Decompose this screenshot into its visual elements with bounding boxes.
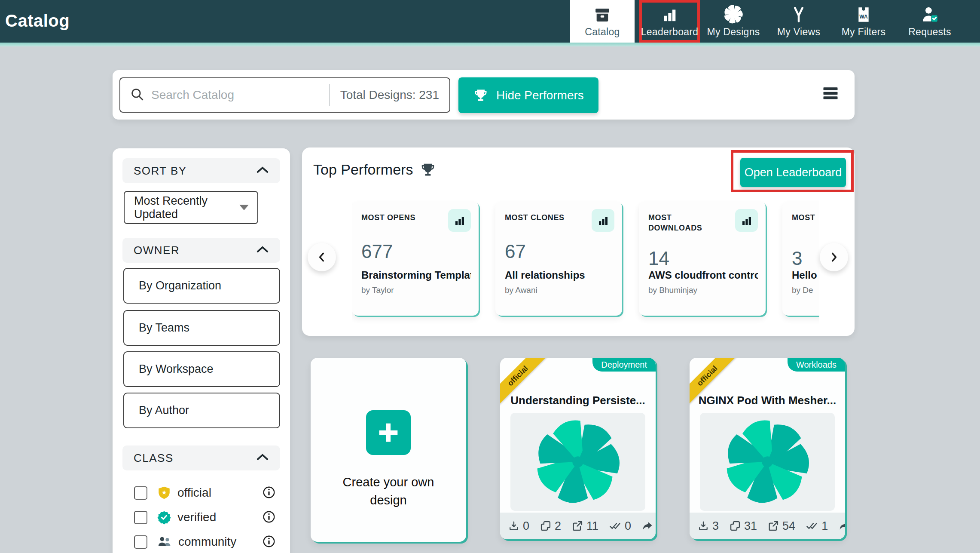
clone-icon	[540, 520, 552, 532]
design-title: NGINX Pod With Mesher...	[698, 394, 837, 407]
sort-select-dropdown[interactable]: Most Recently Updated	[124, 191, 258, 224]
performer-card-partial[interactable]: MOST 3 Hello by De	[782, 201, 819, 316]
filter-by-workspace-button[interactable]: By Workspace	[123, 351, 280, 387]
tab-my-designs[interactable]: My Designs	[702, 0, 765, 43]
tab-leaderboard[interactable]: Leaderboard	[639, 0, 700, 43]
tab-my-views[interactable]: My Views	[766, 0, 831, 43]
performer-author: by Bhuminjay	[648, 286, 697, 295]
design-title: Understanding Persiste...	[509, 394, 647, 407]
checks-stat: 0	[609, 519, 631, 533]
performer-design-name: Brainstorming Template	[361, 269, 471, 281]
filter-sidebar: SORT BY Most Recently Updated OWNER By O…	[113, 148, 290, 553]
performer-category: MOST	[792, 212, 819, 223]
performer-design-name: Hello	[792, 269, 819, 281]
verified-checkbox[interactable]	[134, 511, 147, 524]
owner-section-header[interactable]: OWNER	[122, 238, 280, 263]
carousel-next-button[interactable]	[820, 243, 848, 271]
checks-count: 1	[821, 519, 828, 533]
top-performers-panel: Top Performers Open Leaderboard MOST OPE…	[302, 147, 855, 336]
share-icon	[641, 520, 653, 532]
clone-icon	[729, 520, 741, 532]
carousel-prev-button[interactable]	[308, 243, 336, 271]
official-info-icon[interactable]	[262, 485, 276, 499]
trophy-icon	[420, 162, 436, 178]
community-people-icon	[157, 535, 172, 549]
meshery-logo	[536, 420, 620, 504]
design-card-nginx-pod[interactable]: official Workloads NGINX Pod With Mesher…	[690, 358, 845, 539]
search-icon	[130, 87, 144, 103]
class-label: CLASS	[134, 452, 174, 465]
class-section-header[interactable]: CLASS	[122, 445, 280, 470]
performer-card-most-clones[interactable]: MOST CLONES 67 All relationships by Awan…	[495, 201, 622, 316]
clones-stat: 31	[729, 519, 757, 533]
sort-by-section-header[interactable]: SORT BY	[122, 158, 280, 183]
bar-chart-icon	[448, 209, 471, 232]
filter-by-organization-button[interactable]: By Organization	[123, 268, 280, 304]
owner-label: OWNER	[134, 244, 180, 257]
tab-catalog[interactable]: Catalog	[570, 0, 635, 43]
hide-performers-button[interactable]: Hide Performers	[458, 77, 598, 113]
hide-performers-label: Hide Performers	[496, 89, 584, 102]
meshery-logo	[725, 420, 809, 504]
performer-value: 14	[648, 248, 669, 269]
shares-stat: 0	[838, 519, 845, 533]
class-option-verified: verified	[134, 507, 276, 527]
page-title: Catalog	[5, 11, 70, 31]
views-icon	[790, 5, 808, 24]
tab-my-filters[interactable]: WA My Filters	[831, 0, 896, 43]
open-in-new-icon	[767, 520, 779, 532]
leaderboard-highlight-box: Open Leaderboard	[731, 150, 854, 192]
performer-category: MOST CLONES	[505, 212, 584, 223]
opens-count: 54	[782, 519, 795, 533]
share-icon	[838, 520, 845, 532]
total-designs-count: Total Designs: 231	[332, 88, 449, 102]
verified-label: verified	[177, 510, 216, 524]
filter-by-teams-button[interactable]: By Teams	[123, 310, 280, 346]
create-design-card[interactable]: Create your own design	[311, 358, 466, 542]
search-divider	[329, 84, 330, 106]
chevron-up-icon	[256, 166, 269, 176]
list-view-icon[interactable]	[821, 84, 840, 103]
chevron-up-icon	[256, 245, 269, 255]
type-badge-workloads: Workloads	[788, 358, 845, 372]
requests-person-icon	[920, 5, 939, 24]
performer-author: by Awani	[505, 286, 537, 295]
performer-design-name: AWS cloudfront controller	[648, 269, 758, 281]
performer-card-most-downloads[interactable]: MOST DOWNLOADS 14 AWS cloudfront control…	[639, 201, 766, 316]
open-leaderboard-button[interactable]: Open Leaderboard	[740, 158, 846, 187]
wasm-filter-icon: WA	[855, 5, 872, 24]
shares-stat: 0	[641, 519, 656, 533]
performer-design-name: All relationships	[505, 269, 614, 281]
downloads-count: 3	[712, 519, 719, 533]
catalog-page: Catalog Catalog Lead	[0, 0, 980, 553]
official-label: official	[177, 486, 211, 500]
design-card-understanding-persistent[interactable]: official Deployment Understanding Persis…	[500, 358, 656, 539]
tab-my-filters-label: My Filters	[842, 26, 886, 38]
tab-requests[interactable]: Requests	[898, 0, 962, 43]
meshery-spiral-icon	[724, 5, 743, 24]
svg-text:WA: WA	[859, 14, 868, 20]
community-info-icon[interactable]	[262, 535, 276, 548]
performer-value: 67	[505, 241, 526, 262]
search-toolbar: Total Designs: 231 Hide Performers	[113, 70, 855, 120]
search-input[interactable]	[151, 88, 327, 102]
opens-stat: 54	[767, 519, 795, 533]
sort-by-label: SORT BY	[134, 164, 187, 178]
official-checkbox[interactable]	[134, 486, 147, 500]
bar-chart-icon	[661, 5, 679, 24]
filter-by-author-button[interactable]: By Author	[123, 393, 280, 428]
design-thumbnail	[700, 413, 835, 511]
performer-category: MOST DOWNLOADS	[648, 212, 728, 233]
tab-requests-label: Requests	[908, 26, 951, 38]
downloads-stat: 0	[508, 519, 529, 533]
performer-value: 677	[361, 241, 393, 262]
plus-icon	[366, 410, 411, 455]
open-in-new-icon	[571, 520, 583, 532]
opens-count: 11	[586, 519, 598, 533]
svg-text:★: ★	[162, 489, 167, 496]
class-option-community: community	[134, 532, 276, 552]
verified-info-icon[interactable]	[262, 510, 276, 524]
performer-card-most-opens[interactable]: MOST OPENS 677 Brainstorming Template by…	[352, 201, 479, 316]
community-checkbox[interactable]	[134, 535, 147, 549]
official-shield-icon: ★	[157, 485, 171, 500]
